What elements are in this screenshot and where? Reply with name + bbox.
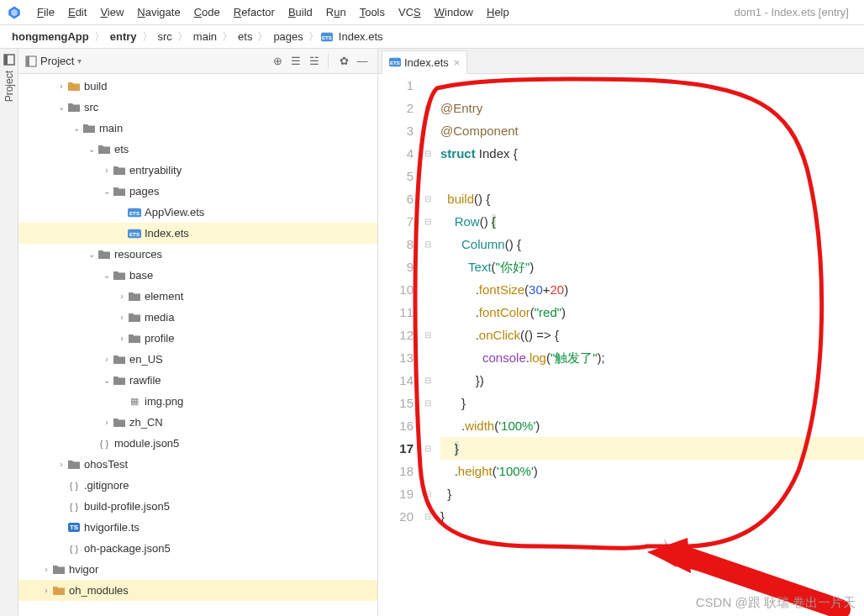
crumb-src[interactable]: src [155,29,176,45]
menu-refactor[interactable]: Refactor [227,3,282,22]
tree-item-build-profile-json5[interactable]: { }build-profile.json5 [18,496,377,517]
tree-item-ets[interactable]: ⌄ets [18,139,377,160]
tree-arrow[interactable]: › [101,418,113,427]
project-panel-header: Project ▾ ⊕ ☰ ☱ ✿ — [18,49,377,74]
tree-item-Index-ets[interactable]: ETSIndex.ets [18,223,377,244]
menu-file[interactable]: FFileile [30,3,61,22]
tree-arrow[interactable]: › [40,565,52,574]
menu-navigate[interactable]: Navigate [130,3,187,22]
close-tab-icon[interactable]: × [454,56,461,69]
settings-icon[interactable]: ✿ [335,53,352,70]
tree-arrow[interactable]: ⌄ [55,103,67,112]
menu-run[interactable]: Run [319,3,353,22]
tree-label: base [129,269,153,282]
folder-icon [128,333,141,345]
folder-orange-icon [67,81,81,92]
tree-item-ohosTest[interactable]: ›ohosTest [18,454,377,475]
ets-icon: ETS [128,228,141,240]
tree-arrow[interactable]: › [116,313,128,322]
json-icon: { } [67,480,81,492]
crumb-project[interactable]: hongmengApp [8,29,92,45]
editor-panel: ETS Index.ets × 123456789101112131415161… [378,49,864,616]
tree-arrow[interactable]: › [55,82,67,91]
app-logo [7,5,22,20]
tree-arrow[interactable]: › [40,586,52,595]
tree-arrow[interactable]: ⌄ [86,145,97,154]
tree-arrow[interactable]: ⌄ [86,250,97,259]
line-number-gutter: 1234567891011121314151617181920 [378,74,420,616]
tree-item-hvigorfile-ts[interactable]: TShvigorfile.ts [18,517,377,538]
panel-dropdown-icon[interactable]: ▾ [77,56,82,66]
tree-item-profile[interactable]: ›profile [18,328,377,349]
tree-arrow[interactable]: › [116,334,128,343]
menu-edit[interactable]: Edit [61,3,93,22]
collapse-all-icon[interactable]: ☱ [306,53,323,70]
menu-code[interactable]: Code [187,3,227,22]
tree-arrow[interactable]: ⌄ [71,124,82,133]
tree-item-main[interactable]: ⌄main [18,118,377,139]
svg-text:ETS: ETS [390,60,400,66]
tree-label: zh_CN [129,416,163,429]
folder-icon [97,249,111,261]
tree-label: src [84,101,98,113]
tree-arrow[interactable]: › [101,166,113,175]
menu-help[interactable]: Help [480,3,516,22]
crumb-file[interactable]: Index.ets [335,29,387,45]
tree-item-oh-package-json5[interactable]: { }oh-package.json5 [18,538,377,559]
crumb-ets[interactable]: ets [234,29,256,45]
panel-title[interactable]: Project [40,55,74,67]
tree-arrow[interactable]: › [116,292,128,301]
fold-column[interactable]: ⊟⊟⊟⊟⊟⊟⊟⊟⊟⊟⊟ [420,74,435,616]
tree-label: oh_modules [69,584,129,597]
tree-item-zh_CN[interactable]: ›zh_CN [18,412,377,433]
code-editor[interactable]: 1234567891011121314151617181920 ⊟⊟⊟⊟⊟⊟⊟⊟… [378,74,864,616]
expand-all-icon[interactable]: ☰ [287,53,304,70]
tree-item-base[interactable]: ⌄base [18,265,377,286]
tree-arrow[interactable]: ⌄ [101,376,113,385]
project-tool-icon[interactable] [3,54,15,66]
tree-item--gitignore[interactable]: { }.gitignore [18,475,377,496]
crumb-pages[interactable]: pages [270,29,306,45]
folder-icon [113,270,126,282]
tree-item-hvigor[interactable]: ›hvigor [18,559,377,580]
project-tree[interactable]: ›build⌄src⌄main⌄ets›entryability⌄pagesET… [18,74,377,616]
tree-item-pages[interactable]: ⌄pages [18,181,377,202]
tool-window-strip: Project [0,49,18,616]
menu-tools[interactable]: Tools [353,3,392,22]
tree-arrow[interactable]: › [101,355,113,364]
tree-item-element[interactable]: ›element [18,286,377,307]
project-tool-label[interactable]: Project [3,71,15,102]
svg-rect-3 [4,55,8,65]
crumb-entry[interactable]: entry [107,29,140,45]
tree-arrow[interactable]: ⌄ [101,187,113,196]
menu-window[interactable]: Window [428,3,480,22]
tree-label: pages [129,185,159,197]
tree-item-AppView-ets[interactable]: ETSAppView.ets [18,202,377,223]
tree-arrow[interactable]: › [55,460,67,469]
tree-item-module-json5[interactable]: { }module.json5 [18,433,377,454]
project-view-icon [25,55,37,67]
tree-label: Index.ets [145,227,189,240]
tree-item-rawfile[interactable]: ⌄rawfile [18,370,377,391]
tree-item-entryability[interactable]: ›entryability [18,160,377,181]
tree-item-resources[interactable]: ⌄resources [18,244,377,265]
code-area[interactable]: @Entry@Componentstruct Index { build() {… [435,74,864,616]
menu-vcs[interactable]: VCS [392,3,428,22]
json-icon: { } [67,501,81,513]
tree-item-src[interactable]: ⌄src [18,97,377,118]
menu-build[interactable]: Build [282,3,319,22]
tree-item-media[interactable]: ›media [18,307,377,328]
folder-icon [128,291,141,303]
tree-label: img.png [145,395,183,408]
crumb-main[interactable]: main [190,29,220,45]
tree-item-oh_modules[interactable]: ›oh_modules [18,580,377,601]
tree-item-build[interactable]: ›build [18,76,377,97]
hide-panel-icon[interactable]: — [354,53,371,70]
select-opened-file-icon[interactable]: ⊕ [269,53,286,70]
tree-item-en_US[interactable]: ›en_US [18,349,377,370]
tab-label: Index.ets [404,56,449,69]
menu-view[interactable]: View [93,3,130,22]
tab-index-ets[interactable]: ETS Index.ets × [382,50,467,74]
tree-item-img-png[interactable]: ▦img.png [18,391,377,412]
tree-arrow[interactable]: ⌄ [101,271,113,280]
